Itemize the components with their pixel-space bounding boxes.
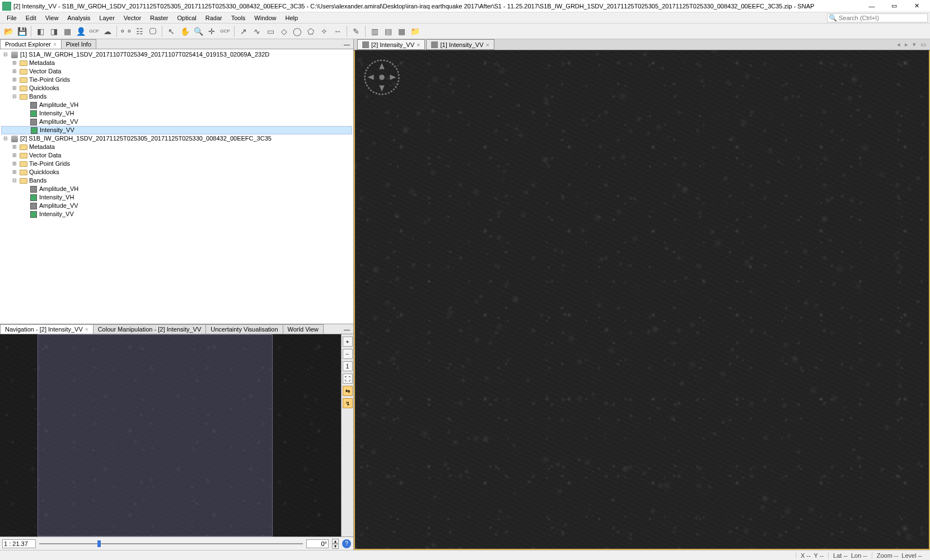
tab-uncertainty[interactable]: Uncertainty Visualisation xyxy=(205,324,283,334)
menu-edit[interactable]: Edit xyxy=(21,13,41,22)
tree-product-2[interactable]: ⊟[2] S1B_IW_GRDH_1SDV_20171125T025305_20… xyxy=(1,134,352,143)
tree-quicklooks[interactable]: ⊞Quicklooks xyxy=(1,84,352,92)
help-icon[interactable]: ? xyxy=(342,539,351,548)
line-icon[interactable]: ↗ xyxy=(237,25,250,38)
menu-analysis[interactable]: Analysis xyxy=(63,13,95,22)
viewer-tab-2[interactable]: [2] Intensity_VV× xyxy=(357,39,425,50)
panel-minimize-icon[interactable]: — xyxy=(340,324,353,334)
diamond-icon[interactable]: ◇ xyxy=(278,25,290,38)
pencil-icon[interactable]: ✎ xyxy=(350,25,362,38)
polyline-icon[interactable]: ∿ xyxy=(251,25,263,38)
tree-bands[interactable]: ⊟Bands xyxy=(1,92,352,101)
layout3-icon[interactable]: ▦ xyxy=(395,25,408,38)
menu-radar[interactable]: Radar xyxy=(201,13,227,22)
open-icon[interactable]: 📂 xyxy=(2,25,15,38)
zoom-ratio-input[interactable] xyxy=(2,539,36,548)
viewer-tab-1[interactable]: [1] Intensity_VV× xyxy=(426,39,494,50)
tab-close-icon[interactable]: × xyxy=(417,41,420,48)
layout1-icon[interactable]: ▥ xyxy=(368,25,381,38)
tab-world-view[interactable]: World View xyxy=(283,324,324,334)
search-box[interactable]: 🔍 xyxy=(827,13,928,22)
ellipse-icon[interactable]: ◯ xyxy=(291,25,303,38)
tree-band-intensity-vh[interactable]: Intensity_VH xyxy=(1,193,352,202)
polygon-icon[interactable]: ⬠ xyxy=(305,25,317,38)
grid-icon[interactable]: ▦ xyxy=(61,25,73,38)
tab-prev-icon[interactable]: ◂ xyxy=(895,41,902,48)
tool-b-icon[interactable]: ◨ xyxy=(48,25,60,38)
tree-band-intensity-vv[interactable]: Intensity_VV xyxy=(1,210,352,218)
menu-help[interactable]: Help xyxy=(281,13,302,22)
menu-layer[interactable]: Layer xyxy=(95,13,119,22)
search-input[interactable] xyxy=(838,14,926,22)
user-icon[interactable]: 👤 xyxy=(74,25,87,38)
tree-band-amplitude-vh[interactable]: Amplitude_VH xyxy=(1,101,352,109)
zoom-slider[interactable] xyxy=(39,540,303,548)
zoom-icon[interactable]: 🔍 xyxy=(192,25,204,38)
folder-icon[interactable]: 📁 xyxy=(409,25,421,38)
tab-close-icon[interactable]: × xyxy=(85,326,88,333)
tree-band-intensity-vv[interactable]: Intensity_VV xyxy=(1,126,352,134)
sync-views-icon[interactable]: ⇆ xyxy=(343,386,353,396)
gcp2-icon[interactable]: GCP xyxy=(219,25,231,38)
tab-maximize-icon[interactable]: ▭ xyxy=(919,41,928,48)
tree-bands[interactable]: ⊟Bands xyxy=(1,176,352,185)
tab-close-icon[interactable]: × xyxy=(53,41,57,48)
close-button[interactable]: ✕ xyxy=(905,0,928,12)
tab-pixel-info[interactable]: Pixel Info xyxy=(61,39,96,49)
tab-navigation[interactable]: Navigation - [2] Intensity_VV× xyxy=(0,324,94,334)
tab-dropdown-icon[interactable]: ▾ xyxy=(911,41,918,48)
save-icon[interactable]: 💾 xyxy=(16,25,28,38)
tree-band-amplitude-vh[interactable]: Amplitude_VH xyxy=(1,185,352,193)
tree-tiepoint[interactable]: ⊞Tie-Point Grids xyxy=(1,76,352,84)
viewport-rect[interactable] xyxy=(38,334,273,536)
panel-minimize-icon[interactable]: — xyxy=(340,39,353,49)
maximize-button[interactable]: ▭ xyxy=(883,0,905,12)
pan-icon[interactable]: ✋ xyxy=(179,25,191,38)
menu-file[interactable]: File xyxy=(2,13,21,22)
tree-quicklooks[interactable]: ⊞Quicklooks xyxy=(1,168,352,176)
rect-icon[interactable]: ▭ xyxy=(264,25,277,38)
graph-icon[interactable]: ⚬⚬ xyxy=(120,25,132,38)
zoom-out-icon[interactable]: − xyxy=(343,349,353,359)
tab-colour-manipulation[interactable]: Colour Manipulation - [2] Intensity_VV xyxy=(93,324,207,334)
range-icon[interactable]: ↔ xyxy=(331,25,344,38)
sync-cursor-icon[interactable]: ↯ xyxy=(343,398,353,408)
tree-metadata[interactable]: ⊞Metadata xyxy=(1,143,352,151)
layout2-icon[interactable]: ▤ xyxy=(382,25,394,38)
pointer-icon[interactable]: ↖ xyxy=(165,25,177,38)
magic-icon[interactable]: ✧ xyxy=(318,25,330,38)
rotation-input[interactable] xyxy=(306,539,329,548)
menu-optical[interactable]: Optical xyxy=(172,13,200,22)
tree-product-1[interactable]: ⊟[1] S1A_IW_GRDH_1SDV_20171107T025349_20… xyxy=(1,50,352,59)
menu-tools[interactable]: Tools xyxy=(227,13,250,22)
batch-icon[interactable]: ☷ xyxy=(133,25,146,38)
zoom-fit-icon[interactable]: ⛶ xyxy=(343,374,353,384)
zoom-in-icon[interactable]: + xyxy=(343,337,353,347)
menu-vector[interactable]: Vector xyxy=(119,13,146,22)
cloud-icon[interactable]: ☁ xyxy=(101,25,114,38)
compass-widget[interactable] xyxy=(359,55,404,100)
tree-vector-data[interactable]: ⊞Vector Data xyxy=(1,67,352,76)
menu-view[interactable]: View xyxy=(41,13,63,22)
tab-close-icon[interactable]: × xyxy=(486,41,489,48)
tree-vector-data[interactable]: ⊞Vector Data xyxy=(1,151,352,160)
image-viewer[interactable] xyxy=(354,50,930,550)
tree-band-amplitude-vv[interactable]: Amplitude_VV xyxy=(1,202,352,210)
tab-product-explorer[interactable]: Product Explorer × xyxy=(0,39,62,49)
gcp-icon[interactable]: GCP xyxy=(88,25,100,38)
tree-band-amplitude-vv[interactable]: Amplitude_VV xyxy=(1,118,352,126)
zoom-actual-icon[interactable]: 1 xyxy=(343,361,353,371)
minimize-button[interactable]: — xyxy=(861,0,883,12)
tab-next-icon[interactable]: ▸ xyxy=(903,41,910,48)
tool-a-icon[interactable]: ◧ xyxy=(34,25,46,38)
navigation-thumbnail[interactable] xyxy=(0,334,341,536)
menu-raster[interactable]: Raster xyxy=(146,13,172,22)
rotation-spinner[interactable]: ▲▼ xyxy=(332,539,339,549)
product-tree[interactable]: ⊟[1] S1A_IW_GRDH_1SDV_20171107T025349_20… xyxy=(0,49,353,324)
crosshair-icon[interactable]: ✛ xyxy=(205,25,218,38)
menu-window[interactable]: Window xyxy=(250,13,281,22)
screen-icon[interactable]: 🖵 xyxy=(147,25,159,38)
tree-tiepoint[interactable]: ⊞Tie-Point Grids xyxy=(1,160,352,168)
tree-band-intensity-vh[interactable]: Intensity_VH xyxy=(1,109,352,118)
tree-metadata[interactable]: ⊞Metadata xyxy=(1,59,352,67)
